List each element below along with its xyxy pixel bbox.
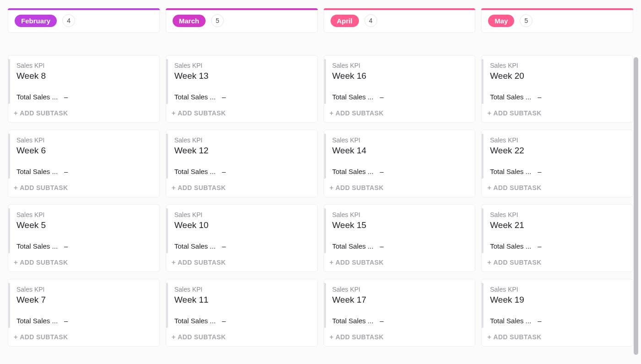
add-subtask-button[interactable]: +ADD SUBTASK [324, 105, 475, 122]
column-header[interactable]: May5 [481, 8, 633, 33]
task-card[interactable]: Sales KPIWeek 12Total Sales ...–+ADD SUB… [166, 130, 318, 197]
add-subtask-button[interactable]: +ADD SUBTASK [166, 105, 317, 122]
plus-icon: + [487, 333, 491, 341]
card-accent-bar [482, 59, 483, 104]
task-card[interactable]: Sales KPIWeek 17Total Sales ...–+ADD SUB… [324, 279, 476, 347]
metric-row: Total Sales ...– [332, 93, 468, 101]
add-subtask-button[interactable]: +ADD SUBTASK [482, 255, 633, 272]
task-card[interactable]: Sales KPIWeek 19Total Sales ...–+ADD SUB… [481, 279, 633, 347]
month-pill[interactable]: April [331, 15, 359, 27]
metric-row: Total Sales ...– [490, 317, 625, 325]
kanban-board: February4Sales KPIWeek 8Total Sales ...–… [0, 0, 641, 364]
card-tag: Sales KPI [490, 62, 625, 69]
card-accent-bar [324, 283, 326, 328]
task-card[interactable]: Sales KPIWeek 22Total Sales ...–+ADD SUB… [481, 130, 633, 197]
add-subtask-button[interactable]: +ADD SUBTASK [324, 329, 475, 346]
card-accent-bar [8, 134, 10, 179]
metric-label: Total Sales ... [490, 168, 531, 175]
metric-label: Total Sales ... [490, 242, 531, 250]
add-subtask-button[interactable]: +ADD SUBTASK [482, 329, 633, 346]
metric-value: – [380, 168, 384, 175]
plus-icon: + [172, 258, 176, 266]
add-subtask-button[interactable]: +ADD SUBTASK [166, 180, 317, 197]
metric-row: Total Sales ...– [490, 93, 625, 101]
card-title: Week 22 [490, 146, 625, 156]
card-title: Week 14 [332, 146, 468, 156]
add-subtask-button[interactable]: +ADD SUBTASK [482, 105, 633, 122]
cards-list: Sales KPIWeek 13Total Sales ...–+ADD SUB… [166, 55, 318, 347]
month-pill[interactable]: February [15, 15, 57, 27]
task-card[interactable]: Sales KPIWeek 5Total Sales ...–+ADD SUBT… [8, 204, 160, 272]
vertical-scrollbar[interactable] [634, 57, 638, 355]
card-tag: Sales KPI [174, 211, 310, 218]
task-card[interactable]: Sales KPIWeek 16Total Sales ...–+ADD SUB… [324, 55, 476, 123]
column-may: May5Sales KPIWeek 20Total Sales ...–+ADD… [481, 8, 633, 356]
card-title: Week 6 [16, 146, 152, 156]
task-card[interactable]: Sales KPIWeek 11Total Sales ...–+ADD SUB… [166, 279, 318, 347]
plus-icon: + [14, 258, 18, 266]
plus-icon: + [330, 258, 334, 266]
add-subtask-button[interactable]: +ADD SUBTASK [166, 255, 317, 272]
card-tag: Sales KPI [16, 286, 152, 293]
month-pill[interactable]: May [488, 15, 514, 27]
metric-label: Total Sales ... [16, 242, 58, 250]
add-subtask-label: ADD SUBTASK [20, 184, 68, 191]
card-accent-bar [482, 134, 483, 179]
metric-value: – [538, 93, 541, 101]
metric-row: Total Sales ...– [174, 168, 310, 175]
add-subtask-button[interactable]: +ADD SUBTASK [324, 180, 475, 197]
cards-list: Sales KPIWeek 20Total Sales ...–+ADD SUB… [481, 55, 633, 347]
task-card[interactable]: Sales KPIWeek 20Total Sales ...–+ADD SUB… [481, 55, 633, 123]
add-subtask-label: ADD SUBTASK [20, 333, 68, 341]
metric-label: Total Sales ... [332, 317, 374, 325]
column-header[interactable]: April4 [324, 8, 476, 33]
card-accent-bar [166, 283, 168, 328]
metric-value: – [380, 93, 384, 101]
add-subtask-label: ADD SUBTASK [336, 184, 384, 191]
column-april: April4Sales KPIWeek 16Total Sales ...–+A… [324, 8, 476, 356]
metric-value: – [222, 168, 226, 175]
task-card[interactable]: Sales KPIWeek 6Total Sales ...–+ADD SUBT… [8, 130, 160, 197]
add-subtask-button[interactable]: +ADD SUBTASK [8, 105, 159, 122]
add-subtask-label: ADD SUBTASK [178, 184, 226, 191]
card-accent-bar [324, 134, 326, 179]
task-card[interactable]: Sales KPIWeek 15Total Sales ...–+ADD SUB… [324, 204, 476, 272]
task-card[interactable]: Sales KPIWeek 7Total Sales ...–+ADD SUBT… [8, 279, 160, 347]
card-count-badge: 4 [364, 14, 377, 27]
month-pill[interactable]: March [173, 15, 206, 27]
card-accent-bar [8, 283, 10, 328]
add-subtask-button[interactable]: +ADD SUBTASK [324, 255, 475, 272]
metric-row: Total Sales ...– [174, 93, 310, 101]
card-tag: Sales KPI [16, 62, 152, 69]
column-header[interactable]: February4 [8, 8, 160, 33]
metric-value: – [222, 317, 226, 325]
add-subtask-button[interactable]: +ADD SUBTASK [482, 180, 633, 197]
add-subtask-button[interactable]: +ADD SUBTASK [8, 329, 159, 346]
card-content: Sales KPIWeek 7Total Sales ...– [8, 279, 159, 329]
task-card[interactable]: Sales KPIWeek 10Total Sales ...–+ADD SUB… [166, 204, 318, 272]
card-title: Week 21 [490, 220, 625, 230]
card-title: Week 16 [332, 71, 468, 81]
add-subtask-button[interactable]: +ADD SUBTASK [8, 255, 159, 272]
plus-icon: + [487, 184, 491, 191]
add-subtask-button[interactable]: +ADD SUBTASK [8, 180, 159, 197]
task-card[interactable]: Sales KPIWeek 8Total Sales ...–+ADD SUBT… [8, 55, 160, 123]
card-content: Sales KPIWeek 12Total Sales ...– [166, 130, 317, 180]
task-card[interactable]: Sales KPIWeek 14Total Sales ...–+ADD SUB… [324, 130, 476, 197]
card-content: Sales KPIWeek 6Total Sales ...– [8, 130, 159, 180]
metric-row: Total Sales ...– [332, 242, 468, 250]
add-subtask-label: ADD SUBTASK [493, 109, 541, 117]
card-count-badge: 5 [211, 14, 224, 27]
metric-value: – [380, 317, 384, 325]
card-title: Week 19 [490, 295, 625, 305]
task-card[interactable]: Sales KPIWeek 21Total Sales ...–+ADD SUB… [481, 204, 633, 272]
task-card[interactable]: Sales KPIWeek 13Total Sales ...–+ADD SUB… [166, 55, 318, 123]
card-accent-bar [166, 59, 168, 104]
add-subtask-button[interactable]: +ADD SUBTASK [166, 329, 317, 346]
metric-label: Total Sales ... [174, 168, 216, 175]
metric-value: – [538, 242, 541, 250]
column-header[interactable]: March5 [166, 8, 318, 33]
card-tag: Sales KPI [332, 211, 468, 218]
cards-list: Sales KPIWeek 16Total Sales ...–+ADD SUB… [324, 55, 476, 347]
plus-icon: + [487, 109, 491, 117]
